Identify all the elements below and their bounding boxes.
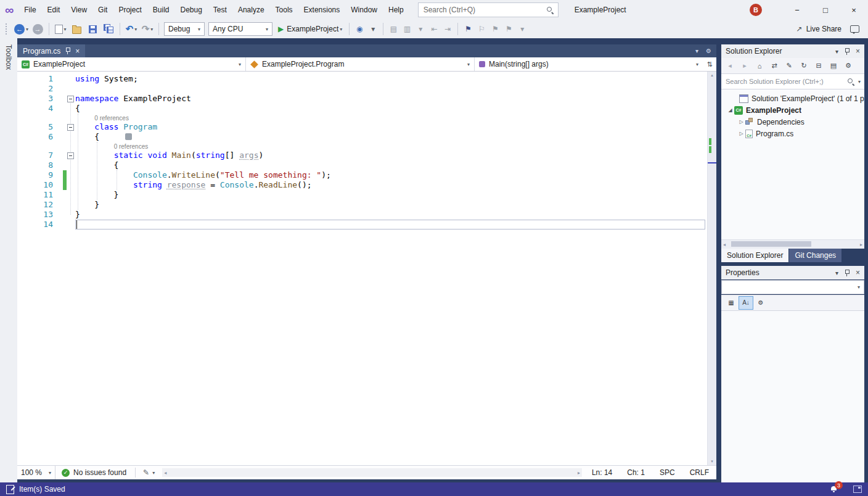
sync-with-active-document-icon[interactable]: ⇄ (768, 60, 781, 72)
notifications-button[interactable]: 3 (830, 486, 837, 493)
menu-view[interactable]: View (65, 0, 92, 20)
window-layout-icon[interactable] (853, 486, 862, 493)
undo-button[interactable]: ↶ ▾ (123, 22, 139, 36)
code-line-14[interactable]: 14 (17, 220, 707, 229)
pin-icon[interactable] (844, 48, 850, 55)
window-menu-icon[interactable]: ▾ (835, 48, 838, 55)
menu-extensions[interactable]: Extensions (298, 0, 346, 20)
line-ending-indicator[interactable]: CRLF (682, 468, 716, 477)
chevron-down-icon[interactable]: ▾ (26, 27, 28, 32)
collapsed-expander-icon[interactable]: ▷ (737, 119, 745, 125)
new-file-button[interactable]: ▾ (52, 22, 68, 36)
find-caret-icon[interactable]: ▾ (367, 23, 379, 35)
minimize-button[interactable]: − (783, 0, 811, 20)
menu-project[interactable]: Project (113, 0, 147, 20)
code-line-1[interactable]: 1using System; (17, 74, 707, 84)
menu-tools[interactable]: Tools (270, 0, 298, 20)
member-dropdown[interactable]: Main(string[] args) ▾ (475, 57, 703, 71)
account-avatar[interactable]: B (750, 4, 762, 16)
alphabetical-icon[interactable]: A↓ (739, 297, 753, 309)
toggle-bookmark-icon[interactable]: ⚑ (462, 23, 474, 35)
menu-debug[interactable]: Debug (174, 0, 207, 20)
increase-indent-icon[interactable]: ⇥ (441, 23, 454, 35)
scroll-up-icon[interactable]: ▴ (708, 73, 716, 78)
code-editor[interactable]: 1using System;23namespace ExampleProject… (17, 72, 707, 465)
redo-button[interactable]: ↷ ▾ (139, 22, 155, 36)
tool-tab-solution-explorer[interactable]: Solution Explorer (721, 249, 788, 262)
vertical-scrollbar[interactable]: ▴ ▾ (707, 72, 716, 465)
gear-icon[interactable]: ⚙ (706, 48, 711, 54)
navigate-backward-button[interactable]: ← ▾ (13, 22, 30, 36)
menu-file[interactable]: File (18, 0, 41, 20)
code-line-13[interactable]: 13} (17, 210, 707, 220)
tree-item-exampleproject[interactable]: ◢C#ExampleProject (721, 104, 864, 116)
next-bookmark-icon[interactable]: ⚑ (489, 23, 501, 35)
bookmark-caret-icon[interactable]: ▾ (516, 23, 528, 35)
pin-icon[interactable] (844, 270, 850, 276)
properties-icon[interactable]: ⚙ (841, 60, 855, 72)
chevron-down-icon[interactable]: ▾ (340, 27, 342, 32)
menu-git[interactable]: Git (92, 0, 113, 20)
clear-bookmarks-icon[interactable]: ⚑ (502, 23, 515, 35)
code-line-4[interactable]: 4{ (17, 104, 707, 114)
categorized-icon[interactable]: ▦ (724, 297, 738, 309)
collapse-toggle-icon[interactable] (67, 96, 74, 102)
close-icon[interactable]: × (856, 268, 860, 277)
properties-object-dropdown[interactable]: ▾ (721, 280, 864, 294)
tree-item-solution-exampleproject-1-of-1-project[interactable]: Solution 'ExampleProject' (1 of 1 projec… (721, 93, 864, 104)
code-cleanup-button[interactable]: ✎ ▾ (138, 468, 160, 477)
menu-analyze[interactable]: Analyze (232, 0, 270, 20)
close-icon[interactable]: × (856, 47, 860, 56)
start-debugging-button[interactable]: ▶ ExampleProject ▾ (274, 22, 346, 36)
show-all-files-icon[interactable]: ▤ (827, 60, 840, 72)
code-line-12[interactable]: 12 } (17, 200, 707, 210)
tree-item-program-cs[interactable]: ▷C#Program.cs (721, 128, 864, 139)
health-indicator[interactable]: ✓ No issues found (55, 468, 133, 477)
menu-edit[interactable]: Edit (42, 0, 66, 20)
line-indicator[interactable]: Ln: 14 (584, 468, 620, 477)
code-line-9[interactable]: 9 Console.WriteLine("Tell me something: … (17, 170, 707, 180)
pending-changes-filter-icon[interactable]: ✎ (782, 60, 796, 72)
close-button[interactable]: × (840, 0, 868, 20)
collapse-toggle-icon[interactable] (67, 152, 74, 159)
scroll-right-icon[interactable]: ▸ (578, 468, 580, 477)
active-files-dropdown-icon[interactable]: ▾ (695, 48, 698, 54)
project-dropdown[interactable]: C# ExampleProject ▾ (17, 57, 246, 71)
code-line-5[interactable]: 5 class Program (17, 122, 707, 132)
tool-tab-git-changes[interactable]: Git Changes (789, 249, 841, 262)
navigate-forward-button[interactable]: → (30, 22, 46, 36)
search-icon[interactable] (547, 7, 554, 14)
home-icon[interactable]: ⌂ (753, 60, 766, 72)
refresh-icon[interactable]: ↻ (797, 60, 811, 72)
uncomment-selection-icon[interactable]: ▥ (401, 23, 413, 35)
pin-icon[interactable] (65, 48, 71, 54)
collapsed-expander-icon[interactable]: ▷ (737, 131, 745, 136)
menu-build[interactable]: Build (147, 0, 175, 20)
scroll-right-icon[interactable]: ▸ (860, 240, 862, 249)
spaces-indicator[interactable]: SPC (652, 468, 682, 477)
chevron-down-icon[interactable]: ▾ (134, 27, 137, 32)
maximize-button[interactable]: □ (811, 0, 840, 20)
search-icon[interactable] (848, 78, 854, 85)
type-dropdown[interactable]: ExampleProject.Program ▾ (246, 57, 475, 71)
zoom-dropdown[interactable]: 100 % ▾ (17, 466, 55, 479)
tree-item-dependencies[interactable]: ▷Dependencies (721, 116, 864, 128)
code-line-10[interactable]: 10 string response = Console.ReadLine(); (17, 180, 707, 190)
open-file-button[interactable] (68, 22, 84, 36)
quick-search-box[interactable]: Search (Ctrl+Q) (418, 2, 559, 17)
live-share-button[interactable]: ↗ Live Share (796, 25, 841, 33)
close-icon[interactable]: × (75, 48, 80, 55)
tab-program-cs[interactable]: Program.cs × (17, 44, 85, 57)
expanded-expander-icon[interactable]: ◢ (726, 107, 734, 113)
chevron-down-icon[interactable]: ▾ (150, 27, 153, 32)
save-button[interactable] (84, 22, 100, 36)
window-menu-icon[interactable]: ▾ (835, 270, 838, 276)
collapse-all-icon[interactable]: ⊟ (812, 60, 825, 72)
previous-bookmark-icon[interactable]: ⚐ (475, 23, 488, 35)
feedback-icon[interactable] (850, 25, 859, 33)
code-line-3[interactable]: 3namespace ExampleProject (17, 94, 707, 104)
find-in-files-icon[interactable]: ◉ (353, 23, 366, 35)
menu-help[interactable]: Help (383, 0, 409, 20)
chevron-down-icon[interactable]: ▾ (858, 79, 861, 85)
comment-caret-icon[interactable]: ▾ (414, 23, 427, 35)
